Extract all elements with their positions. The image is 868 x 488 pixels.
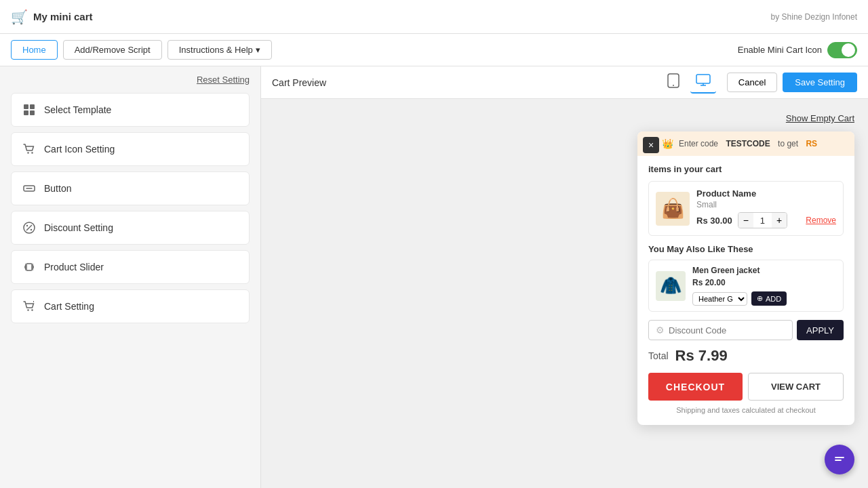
- promo-code: TESTCODE: [726, 139, 770, 148]
- chevron-down-icon: ▾: [256, 45, 260, 55]
- chat-fab-button[interactable]: [825, 445, 854, 474]
- qty-value: 1: [756, 216, 769, 226]
- svg-rect-19: [696, 75, 710, 83]
- svg-point-11: [31, 229, 32, 230]
- cart-icon-icon: [22, 142, 36, 156]
- discount-code-input[interactable]: [669, 325, 785, 336]
- svg-rect-14: [26, 264, 32, 270]
- cart-item-price-row: Rs 30.00 − 1 + Remove: [696, 212, 836, 228]
- sidebar-item-select-template[interactable]: Select Template: [11, 93, 250, 127]
- select-template-label: Select Template: [44, 104, 111, 115]
- cart-item-price: Rs 30.00: [696, 216, 732, 226]
- remove-item-link[interactable]: Remove: [806, 216, 836, 225]
- qty-increase-button[interactable]: +: [772, 213, 787, 228]
- promo-middle-text: to get: [778, 139, 798, 148]
- variant-select[interactable]: Heather G: [692, 292, 747, 306]
- discount-field-icon: ⚙: [656, 325, 665, 336]
- shipping-note: Shipping and taxes calculated at checkou…: [648, 406, 844, 414]
- app-logo: 🛒 My mini cart: [11, 9, 93, 25]
- discount-input-wrap: ⚙: [648, 320, 793, 340]
- logo-icon: 🛒: [11, 9, 28, 25]
- product-slider-label: Product Slider: [44, 262, 104, 272]
- svg-rect-1: [30, 104, 35, 109]
- home-button[interactable]: Home: [11, 40, 58, 60]
- cancel-button[interactable]: Cancel: [727, 73, 777, 92]
- button-label: Button: [44, 183, 71, 194]
- svg-point-5: [31, 152, 33, 153]
- apply-discount-button[interactable]: APPLY: [797, 320, 844, 340]
- sidebar-item-product-slider[interactable]: Product Slider: [11, 250, 250, 284]
- product-slider-icon: [22, 260, 36, 274]
- top-bar: 🛒 My mini cart by Shine Dezign Infonet: [0, 0, 868, 34]
- preview-area: Show Empty Cart × 👑 Enter code TESTCODE …: [261, 99, 868, 488]
- mobile-device-button[interactable]: [662, 70, 685, 94]
- promo-enter-text: Enter code: [679, 139, 718, 148]
- action-btns: CHECKOUT VIEW CART: [648, 373, 844, 401]
- discount-setting-label: Discount Setting: [44, 222, 113, 233]
- svg-point-18: [673, 85, 674, 86]
- mini-cart-popup: × 👑 Enter code TESTCODE to get RS items …: [637, 131, 854, 425]
- svg-rect-3: [30, 110, 35, 115]
- template-icon: [22, 103, 36, 117]
- mini-cart-toggle[interactable]: [827, 42, 857, 58]
- qty-control: − 1 +: [738, 212, 787, 228]
- reset-setting-link[interactable]: Reset Setting: [11, 75, 250, 85]
- nav-bar: Home Add/Remove Script Instructions & He…: [0, 34, 868, 66]
- cart-item-image: 👜: [656, 192, 690, 226]
- cart-preview-title: Cart Preview: [272, 77, 326, 88]
- toggle-label: Enable Mini Cart Icon: [738, 45, 822, 55]
- upsell-item-price: Rs 20.00: [692, 278, 836, 287]
- instructions-button[interactable]: Instructions & Help ▾: [167, 40, 272, 60]
- main-layout: Reset Setting Select Template: [0, 66, 868, 488]
- cart-item-name: Product Name: [696, 188, 836, 199]
- add-label: ADD: [766, 295, 781, 303]
- svg-point-15: [27, 309, 28, 310]
- svg-marker-12: [24, 263, 26, 271]
- cart-item-variant: Small: [696, 200, 836, 209]
- qty-decrease-button[interactable]: −: [738, 213, 753, 228]
- promo-icon: 👑: [662, 138, 673, 149]
- sidebar: Reset Setting Select Template: [0, 66, 261, 488]
- svg-point-4: [27, 152, 28, 153]
- sidebar-item-cart-icon[interactable]: Cart Icon Setting: [11, 132, 250, 166]
- svg-marker-13: [33, 263, 34, 271]
- sidebar-item-discount[interactable]: Discount Setting: [11, 211, 250, 245]
- svg-point-16: [31, 309, 33, 310]
- cart-item: 👜 Product Name Small Rs 30.00 − 1 +: [648, 181, 844, 236]
- header-actions: Cancel Save Setting: [727, 73, 857, 92]
- instructions-label: Instructions & Help: [179, 45, 253, 55]
- cart-setting-icon: [22, 300, 36, 313]
- upsell-item: 🧥 Men Green jacket Rs 20.00 Heather G ⊕: [648, 260, 844, 312]
- total-amount: Rs 7.99: [675, 347, 728, 365]
- cart-body: items in your cart 👜 Product Name Small …: [637, 156, 854, 425]
- upsell-item-name: Men Green jacket: [692, 266, 836, 275]
- total-label: Total: [648, 350, 669, 361]
- checkout-button[interactable]: CHECKOUT: [648, 373, 743, 401]
- add-to-cart-button[interactable]: ⊕ ADD: [751, 291, 787, 306]
- device-icons: [662, 70, 716, 94]
- add-remove-button[interactable]: Add/Remove Script: [63, 40, 162, 60]
- svg-point-20: [833, 453, 846, 466]
- credit-text: by Shine Dezign Infonet: [771, 12, 857, 22]
- cart-close-button[interactable]: ×: [643, 137, 659, 153]
- cart-setting-label: Cart Setting: [44, 301, 94, 312]
- sidebar-item-cart-setting[interactable]: Cart Setting: [11, 289, 250, 323]
- cart-icon-setting-label: Cart Icon Setting: [44, 144, 115, 155]
- upsell-title: You May Also Like These: [648, 244, 844, 254]
- content-area: Cart Preview Cancel Save Settin: [261, 66, 868, 488]
- show-empty-cart: Show Empty Cart: [275, 113, 854, 123]
- save-setting-button[interactable]: Save Setting: [783, 73, 857, 92]
- svg-point-10: [26, 225, 28, 226]
- add-icon: ⊕: [757, 294, 763, 303]
- view-cart-button[interactable]: VIEW CART: [748, 373, 844, 401]
- upsell-item-controls: Heather G ⊕ ADD: [692, 291, 836, 306]
- discount-icon: [22, 221, 36, 235]
- app-name: My mini cart: [33, 11, 93, 22]
- cart-section-title: items in your cart: [648, 164, 844, 174]
- nav-right: Enable Mini Cart Icon: [738, 42, 857, 58]
- content-header: Cart Preview Cancel Save Settin: [261, 66, 868, 99]
- button-icon: [22, 182, 36, 195]
- show-empty-link[interactable]: Show Empty Cart: [786, 113, 854, 123]
- sidebar-item-button[interactable]: Button: [11, 171, 250, 205]
- desktop-device-button[interactable]: [690, 71, 716, 94]
